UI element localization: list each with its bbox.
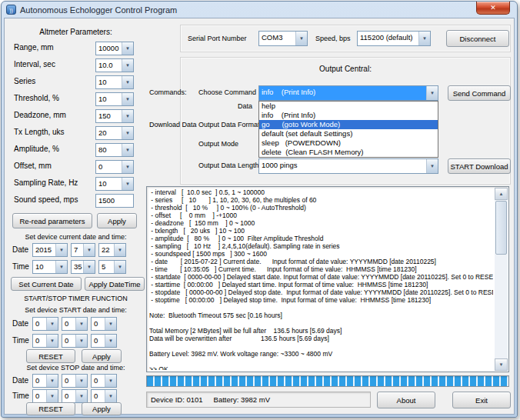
stop-month-combo[interactable]: 0▼	[62, 374, 88, 388]
stop-reset-button[interactable]: RESET	[26, 402, 75, 415]
dropdown-arrow-icon: ▼	[122, 76, 133, 88]
choose-command-label: Choose Command	[198, 88, 256, 96]
txlength-value: 20	[96, 127, 122, 139]
start-month-combo[interactable]: 0▼	[62, 317, 88, 331]
device-id-text: Device ID: 0101	[151, 395, 203, 404]
dropdown-arrow-icon: ▼	[46, 375, 58, 387]
amplitude-combo[interactable]: 80▼	[95, 143, 134, 157]
start-date-label: Date	[12, 319, 28, 328]
output-data-length-combo[interactable]: 1000 pings▼	[258, 158, 438, 174]
txlength-combo[interactable]: 20▼	[95, 126, 134, 140]
client-area: Altmeter Parameters: Range, mm 10000▼ In…	[4, 18, 515, 415]
set-current-date-button[interactable]: Set Current Date	[11, 277, 82, 291]
param-label-range: Range, mm	[14, 43, 54, 52]
stop-datetime-title: Set device STOP date and time:	[5, 364, 147, 372]
start-apply-button[interactable]: Apply	[82, 349, 122, 363]
timer-section-title: START/STOP TIMER FUNCTION	[5, 295, 147, 302]
start-time-label: Time	[12, 336, 29, 345]
dropdown-arrow-icon: ▼	[426, 159, 438, 173]
dropdown-item-delete[interactable]: delete (Clean FLASH Memory)	[259, 148, 438, 157]
param-label-offset: Offset, mm	[14, 162, 52, 170]
soundspeed-input[interactable]: 1500	[95, 194, 134, 208]
dropdown-arrow-icon: ▼	[75, 390, 87, 402]
dropdown-arrow-icon: ▼	[105, 390, 116, 402]
speed-label: Speed, bps	[315, 35, 351, 42]
dropdown-arrow-icon: ▼	[426, 86, 438, 100]
current-datetime-title: Set device current date and time:	[5, 233, 147, 241]
param-label-sampling: Sampling Rate, Hz	[14, 178, 78, 187]
param-label-series: Series	[14, 77, 35, 85]
serial-port-combo[interactable]: COM3▼	[258, 31, 308, 46]
exit-button[interactable]: Exit	[452, 392, 511, 408]
app-window: )) Autonomous Echologger Control Program…	[1, 1, 518, 418]
series-value: 10	[96, 76, 122, 88]
start-reset-button[interactable]: RESET	[26, 349, 75, 363]
deadzone-value: 150	[96, 110, 122, 122]
close-button[interactable]: ✕	[476, 2, 510, 15]
disconnect-button[interactable]: Disconnect	[446, 30, 509, 47]
console-text: - interval [ 10.0 sec ] 0.5, 1 ~ 100000 …	[149, 188, 493, 370]
output-mode-label: Output Mode	[198, 140, 238, 148]
dropdown-item-help[interactable]: help	[259, 102, 438, 111]
offset-combo[interactable]: 0▼	[95, 160, 134, 174]
window-title: Autonomous Echologger Control Program	[20, 5, 177, 15]
stop-second-combo[interactable]: 0▼	[91, 389, 117, 403]
dropdown-arrow-icon: ▼	[75, 335, 87, 347]
data-fragment-label: Data	[238, 102, 252, 110]
deadzone-combo[interactable]: 150▼	[95, 109, 134, 123]
start-minute-combo[interactable]: 0▼	[62, 334, 88, 348]
current-second-combo[interactable]: 5▼	[98, 260, 126, 274]
series-combo[interactable]: 10▼	[95, 75, 134, 89]
stop-hour-combo[interactable]: 0▼	[32, 389, 58, 403]
dropdown-item-default[interactable]: default (set default Settings)	[259, 129, 438, 138]
dropdown-arrow-icon: ▼	[122, 127, 133, 139]
current-month-combo[interactable]: 7▼	[71, 243, 95, 257]
range-value: 10000	[96, 42, 122, 55]
scrollbar-thumb[interactable]	[495, 201, 507, 255]
threshold-combo[interactable]: 10▼	[95, 92, 134, 106]
dropdown-item-go[interactable]: go (goto Work Mode)	[259, 120, 438, 129]
dropdown-arrow-icon: ▼	[295, 32, 307, 45]
start-download-button[interactable]: START Download	[448, 158, 511, 174]
dropdown-item-sleep[interactable]: sleep (POWERDOWN)	[259, 138, 438, 148]
apply-parameters-button[interactable]: Apply	[97, 213, 137, 228]
current-year-combo[interactable]: 2015▼	[32, 243, 68, 257]
threshold-value: 10	[96, 93, 122, 105]
sampling-combo[interactable]: 10▼	[95, 177, 134, 191]
scroll-up-icon[interactable]: ▲	[495, 188, 508, 200]
start-year-combo[interactable]: 0▼	[32, 317, 58, 331]
start-second-combo[interactable]: 0▼	[91, 334, 117, 348]
current-day-combo[interactable]: 22▼	[98, 243, 126, 257]
param-label-interval: Interval, sec	[14, 60, 55, 68]
start-hour-combo[interactable]: 0▼	[32, 334, 58, 348]
stop-apply-button[interactable]: Apply	[82, 402, 122, 415]
commands-label: Commands:	[149, 88, 187, 96]
stop-year-combo[interactable]: 0▼	[32, 374, 58, 388]
title-bar[interactable]: )) Autonomous Echologger Control Program…	[2, 2, 517, 18]
dropdown-arrow-icon: ▼	[75, 375, 87, 387]
dropdown-arrow-icon: ▼	[55, 261, 67, 273]
speed-combo[interactable]: 115200 (default)▼	[357, 31, 431, 46]
current-minute-combo[interactable]: 35▼	[71, 260, 95, 274]
choose-command-combo[interactable]: info (Print Info)▼	[258, 85, 438, 101]
dropdown-arrow-icon: ▼	[122, 161, 133, 173]
console-output: - interval [ 10.0 sec ] 0.5, 1 ~ 100000 …	[146, 186, 509, 372]
dropdown-arrow-icon: ▼	[122, 59, 133, 72]
scroll-down-icon[interactable]: ▼	[495, 358, 508, 371]
param-label-threshold: Threshold, %	[14, 94, 59, 102]
about-button[interactable]: About	[377, 392, 435, 408]
reread-parameters-button[interactable]: Re-read parameters	[12, 213, 92, 228]
battery-text: Battery: 3982 mV	[214, 395, 270, 404]
range-combo[interactable]: 10000▼	[95, 42, 134, 55]
stop-minute-combo[interactable]: 0▼	[62, 389, 88, 403]
send-command-button[interactable]: Send Command	[448, 85, 511, 101]
apply-datetime-button[interactable]: Apply DateTime	[85, 277, 145, 291]
amplitude-value: 80	[96, 144, 122, 156]
current-hour-combo[interactable]: 10▼	[32, 260, 68, 274]
app-icon: ))	[6, 5, 16, 15]
console-scrollbar[interactable]: ▲ ▼	[495, 188, 508, 371]
dropdown-item-info[interactable]: info (Print Info)	[259, 111, 438, 120]
stop-day-combo[interactable]: 0▼	[91, 374, 117, 388]
interval-combo[interactable]: 10.0▼	[95, 58, 134, 72]
start-day-combo[interactable]: 0▼	[91, 317, 117, 331]
